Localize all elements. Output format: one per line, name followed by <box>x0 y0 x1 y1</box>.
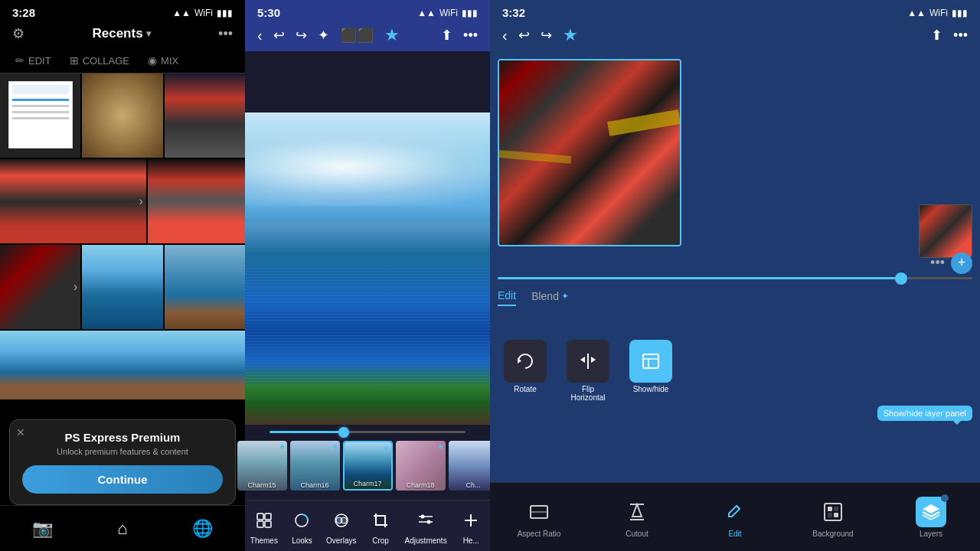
wifi-icon: WiFi <box>194 8 213 18</box>
edit-blend-tabs: Edit Blend ✦ <box>498 289 569 306</box>
aspect-ratio-button[interactable]: Aspect Ratio <box>516 497 562 538</box>
adjustments-button[interactable]: Adjustments <box>405 507 447 545</box>
svg-rect-2 <box>257 521 263 527</box>
background-label: Background <box>812 530 853 538</box>
list-item[interactable] <box>165 73 245 158</box>
small-layer-thumbnail[interactable] <box>919 204 972 258</box>
filter-thumb-charm17[interactable]: ★ Charm17 <box>343 441 393 491</box>
magic-icon[interactable]: ✦ <box>318 27 329 44</box>
slider-track-3 <box>498 277 972 279</box>
signal-icon-2: ▲▲ <box>417 8 436 18</box>
show-hide-tooltip: Show/hide layer panel <box>877 406 972 421</box>
premium-star-icon[interactable]: ★ <box>384 25 400 45</box>
compare-icon[interactable]: ⬛⬛ <box>340 27 374 44</box>
edit-tool-button[interactable]: Edit <box>712 497 758 538</box>
more-options-icon[interactable]: ••• <box>218 26 233 42</box>
share-icon[interactable]: ⬆ <box>441 27 452 44</box>
show-hide-button[interactable]: Show/hide <box>623 340 678 402</box>
aspect-ratio-icon <box>524 497 554 527</box>
status-icons-3: ▲▲ WiFi ▮▮▮ <box>907 8 968 18</box>
flip-horizontal-button[interactable]: FlipHorizontal <box>560 340 616 402</box>
redo-icon-3[interactable]: ↪ <box>541 27 552 44</box>
filter-intensity-slider[interactable] <box>270 431 466 433</box>
cloud-layer <box>245 128 490 206</box>
rotate-icon <box>504 340 547 383</box>
layers-button[interactable]: Layers <box>908 497 954 538</box>
status-bar-3: 3:32 ▲▲ WiFi ▮▮▮ <box>490 0 980 22</box>
svg-rect-16 <box>643 354 658 368</box>
edit-tab-icon: ✏ <box>15 54 24 67</box>
layer-photo-thumbnail[interactable] <box>498 59 681 246</box>
more-options-icon-3[interactable]: ••• <box>953 28 968 44</box>
themes-label: Themes <box>250 536 278 545</box>
filter-thumb-charm16[interactable]: ★ Charm16 <box>290 441 340 491</box>
filter-thumb-charm15[interactable]: ★ Charm15 <box>237 441 287 491</box>
status-time-2: 5:30 <box>257 6 280 19</box>
undo-icon-3[interactable]: ↩ <box>518 27 530 44</box>
tab-blend-3[interactable]: Blend ✦ <box>531 289 569 306</box>
layer-opacity-slider[interactable] <box>498 277 972 279</box>
gear-icon[interactable]: ⚙ <box>12 25 24 42</box>
list-item[interactable]: › <box>0 245 80 329</box>
tab-collage[interactable]: ⊞ COLLAGE <box>60 48 139 73</box>
wifi-icon-3: WiFi <box>929 8 948 18</box>
slider-thumb-3[interactable] <box>895 272 907 285</box>
crop-button[interactable]: Crop <box>367 507 394 545</box>
back-icon[interactable]: ‹ <box>257 27 263 44</box>
rotate-button[interactable]: Rotate <box>498 340 553 402</box>
horizon-line <box>245 222 490 247</box>
list-item[interactable] <box>148 159 245 243</box>
themes-icon <box>250 507 278 534</box>
blend-label: Blend <box>531 290 559 302</box>
layer-more-icon[interactable]: ••• <box>930 255 945 271</box>
chevron-down-icon[interactable]: ▾ <box>146 28 151 39</box>
wifi-icon-2: WiFi <box>439 8 458 18</box>
heal-button[interactable]: He... <box>457 507 485 545</box>
blend-star-icon: ✦ <box>561 291 569 302</box>
overlays-icon <box>328 507 355 534</box>
grid-row-1 <box>0 73 245 158</box>
layers-icon <box>916 497 946 527</box>
tab-mix[interactable]: ◉ MIX <box>139 48 188 73</box>
status-icons-1: ▲▲ WiFi ▮▮▮ <box>172 8 233 18</box>
list-item[interactable] <box>82 245 162 329</box>
tab-edit-3[interactable]: Edit <box>498 289 516 306</box>
flip-horizontal-label: FlipHorizontal <box>570 385 605 402</box>
layer-photo <box>499 60 680 245</box>
main-photo[interactable] <box>245 112 490 425</box>
filter-thumb-charm18[interactable]: ★ Charm18 <box>396 441 446 491</box>
heal-label: He... <box>463 536 479 545</box>
list-item[interactable]: › <box>0 159 146 243</box>
overlays-button[interactable]: Overlays <box>326 507 356 545</box>
camera-icon[interactable]: 📷 <box>32 519 53 539</box>
grid-row-3: › <box>0 245 245 329</box>
premium-star-icon-3[interactable]: ★ <box>563 25 578 45</box>
share-icon-3[interactable]: ⬆ <box>931 27 942 44</box>
battery-icon-2: ▮▮▮ <box>462 8 478 18</box>
slider-thumb[interactable] <box>338 427 349 438</box>
cutout-button[interactable]: Cutout <box>614 497 660 538</box>
close-icon[interactable]: ✕ <box>16 426 25 439</box>
themes-button[interactable]: Themes <box>250 507 278 545</box>
add-layer-button[interactable]: + <box>951 253 972 274</box>
aspect-ratio-label: Aspect Ratio <box>518 530 561 538</box>
svg-point-11 <box>427 520 431 524</box>
background-button[interactable]: Background <box>810 497 856 538</box>
list-item[interactable] <box>0 331 245 399</box>
redo-icon[interactable]: ↪ <box>296 27 307 44</box>
globe-icon[interactable]: 🌐 <box>192 519 213 539</box>
list-item[interactable] <box>82 73 162 158</box>
mix-tab-label: MIX <box>161 55 178 67</box>
home-icon[interactable]: ⌂ <box>117 519 127 539</box>
back-icon-3[interactable]: ‹ <box>502 27 508 44</box>
grid-row-2: › <box>0 159 245 243</box>
panel-editor: 5:30 ▲▲ WiFi ▮▮▮ ‹ ↩ ↪ ✦ ⬛⬛ ★ ⬆ ••• <box>245 0 490 551</box>
undo-icon[interactable]: ↩ <box>273 27 285 44</box>
list-item[interactable] <box>0 73 80 158</box>
list-item[interactable] <box>165 245 245 329</box>
continue-button[interactable]: Continue <box>22 465 223 494</box>
looks-button[interactable]: Looks <box>288 507 315 545</box>
tab-edit[interactable]: ✏ EDIT <box>6 48 60 73</box>
header-left: ‹ ↩ ↪ ✦ ⬛⬛ ★ <box>257 25 400 45</box>
more-options-icon-2[interactable]: ••• <box>463 28 478 44</box>
